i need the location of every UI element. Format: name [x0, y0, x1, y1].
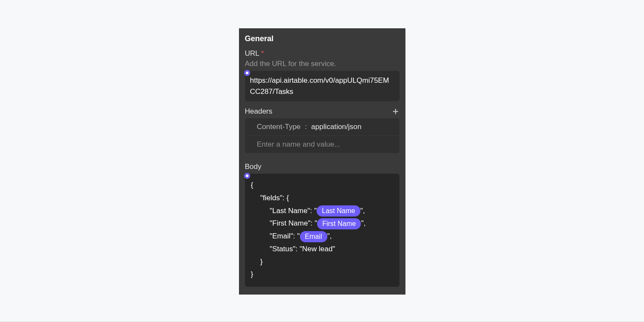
header-row[interactable]: Content-Type : application/json [245, 118, 399, 136]
section-title: General [245, 34, 399, 43]
body-input-wrap: { "fields": {"Last Name": "Last Name","F… [245, 174, 399, 287]
variable-pill-first-name[interactable]: First Name [317, 218, 361, 229]
body-line: "Email": "Email", [251, 230, 393, 243]
headers-label: Headers [245, 107, 272, 116]
plus-icon[interactable] [392, 108, 399, 115]
variable-indicator-icon [244, 70, 250, 76]
variable-pill-last-name[interactable]: Last Name [317, 205, 360, 217]
header-separator: : [305, 123, 307, 131]
url-label-row: URL * [245, 49, 399, 58]
body-editor[interactable]: { "fields": {"Last Name": "Last Name","F… [245, 174, 399, 287]
variable-indicator-icon [244, 173, 250, 179]
url-input-wrap: https://api.airtable.com/v0/appULQmi75EM… [245, 71, 399, 101]
variable-pill-email[interactable]: Email [300, 231, 327, 242]
header-name: Content-Type [257, 123, 301, 131]
body-line: } [251, 256, 393, 268]
header-new-input[interactable] [245, 136, 399, 153]
body-line: "Status": "New lead" [251, 243, 393, 256]
body-label: Body [245, 163, 399, 171]
url-input[interactable]: https://api.airtable.com/v0/appULQmi75EM… [245, 71, 399, 101]
url-help: Add the URL for the service. [245, 60, 399, 68]
required-marker: * [261, 49, 264, 58]
body-line: } [251, 270, 254, 278]
url-label: URL [245, 49, 260, 58]
body-line: "Last Name": "Last Name", [251, 205, 393, 217]
general-panel: General URL * Add the URL for the servic… [239, 28, 405, 295]
headers-row: Headers [245, 107, 399, 116]
body-section: Body { "fields": {"Last Name": "Last Nam… [245, 163, 399, 287]
header-value: application/json [311, 123, 361, 131]
body-line: { [251, 181, 254, 189]
body-line: "First Name": "First Name", [251, 217, 393, 230]
body-line: "fields": { [251, 192, 393, 205]
